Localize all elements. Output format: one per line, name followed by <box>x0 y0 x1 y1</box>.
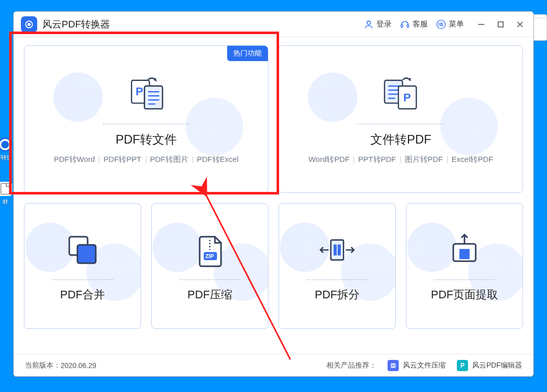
login-label: 登录 <box>376 19 392 29</box>
svg-point-13 <box>438 25 439 26</box>
main-window: 风云PDF转换器 登录 客服 菜单 <box>13 11 534 377</box>
card-title: PDF压缩 <box>187 287 232 302</box>
titlebar: 风云PDF转换器 登录 客服 菜单 <box>14 12 533 37</box>
desktop-icons: F转护 材 <box>0 137 11 206</box>
svg-rect-51 <box>394 364 395 367</box>
card-pdf-extract[interactable]: PDF页面提取 <box>406 203 523 329</box>
sub-opt[interactable]: PDF转Excel <box>197 155 239 164</box>
support-button[interactable]: 客服 <box>400 19 428 30</box>
top-row: 热门功能 P <box>24 45 523 193</box>
svg-rect-50 <box>392 364 393 367</box>
document-icon <box>0 182 12 196</box>
compress-badge-icon <box>388 360 399 371</box>
close-button[interactable] <box>514 18 526 31</box>
card-pdf-to-file[interactable]: 热门功能 P <box>24 45 268 193</box>
svg-text:ZIP: ZIP <box>205 253 214 259</box>
footer: 当前版本： 2020.06.29 相关产品推荐： 风云文件压缩 P 风云PDF编… <box>14 354 533 376</box>
app-logo <box>21 16 37 33</box>
extract-icon <box>444 230 485 270</box>
svg-point-11 <box>438 22 439 23</box>
window-controls <box>475 18 526 31</box>
svg-text:P: P <box>403 91 411 104</box>
editor-badge-icon: P <box>457 360 468 371</box>
svg-point-0 <box>1 140 10 150</box>
divider <box>103 124 189 124</box>
background-window-edge <box>534 14 547 41</box>
related-label: 相关产品推荐： <box>326 361 376 370</box>
card-title: PDF拆分 <box>315 287 360 302</box>
svg-rect-37 <box>77 245 96 263</box>
svg-rect-49 <box>391 363 396 368</box>
sub-opt[interactable]: 图片转PDF <box>405 155 443 164</box>
related-product-label: 风云文件压缩 <box>403 361 446 370</box>
close-icon <box>516 21 524 28</box>
divider <box>358 124 444 124</box>
related-product-editor[interactable]: P 风云PDF编辑器 <box>457 360 522 371</box>
menu-list-icon <box>436 19 446 30</box>
support-label: 客服 <box>413 19 428 29</box>
card-pdf-split[interactable]: PDF拆分 <box>279 203 396 329</box>
sub-options: Word转PDF PPT转PDF 图片转PDF Excel转PDF <box>309 155 493 164</box>
related-product-compress[interactable]: 风云文件压缩 <box>388 360 446 371</box>
card-title: PDF合并 <box>60 287 105 302</box>
svg-rect-43 <box>338 244 341 255</box>
desktop-icon-folder[interactable]: 材 <box>0 182 10 206</box>
sub-opt[interactable]: PDF转Word <box>54 155 95 164</box>
svg-rect-6 <box>407 24 408 27</box>
app-logo-icon <box>0 137 12 152</box>
sub-opt[interactable]: Word转PDF <box>309 155 350 164</box>
card-title: PDF转文件 <box>116 131 177 148</box>
svg-rect-41 <box>331 240 344 260</box>
card-title: 文件转PDF <box>370 131 431 148</box>
svg-rect-42 <box>334 244 337 255</box>
divider <box>307 279 368 280</box>
svg-rect-47 <box>459 249 470 259</box>
app-logo-icon <box>24 19 34 30</box>
headset-icon <box>400 19 410 30</box>
sub-opt[interactable]: PDF转图片 <box>150 155 188 164</box>
divider <box>179 279 240 280</box>
maximize-button[interactable] <box>495 18 507 31</box>
menu-button[interactable]: 菜单 <box>436 19 464 30</box>
svg-text:P: P <box>135 85 143 98</box>
hot-tag: 热门功能 <box>227 46 268 61</box>
user-icon <box>364 19 374 30</box>
content-area: 热门功能 P <box>14 37 533 354</box>
app-title: 风云PDF转换器 <box>42 18 110 31</box>
related-product-label: 风云PDF编辑器 <box>472 361 522 370</box>
desktop-icon-pdf[interactable]: F转护 <box>0 137 10 161</box>
sub-options: PDF转Word PDF转PPT PDF转图片 PDF转Excel <box>54 155 238 164</box>
sub-opt[interactable]: PDF转PPT <box>103 155 141 164</box>
svg-rect-22 <box>145 86 162 109</box>
card-pdf-compress[interactable]: ZIP PDF压缩 <box>151 203 268 329</box>
divider <box>52 279 113 280</box>
sub-opt[interactable]: PPT转PDF <box>358 155 396 164</box>
card-title: PDF页面提取 <box>431 287 498 302</box>
compress-icon: ZIP <box>189 230 230 270</box>
split-icon <box>317 230 358 270</box>
sub-opt[interactable]: Excel转PDF <box>452 155 494 164</box>
minimize-icon <box>478 21 485 28</box>
login-button[interactable]: 登录 <box>364 19 392 30</box>
pdf-to-file-icon: P <box>126 74 167 115</box>
merge-icon <box>62 230 103 270</box>
maximize-icon <box>497 21 504 28</box>
bottom-row: PDF合并 ZIP PDF压缩 <box>24 203 523 329</box>
card-file-to-pdf[interactable]: P 文件转PDF Word转PDF PPT转PDF 图片转PDF Excel转P… <box>279 45 523 193</box>
minimize-button[interactable] <box>475 18 487 31</box>
version-label: 当前版本： <box>25 361 61 370</box>
file-to-pdf-icon: P <box>380 74 421 115</box>
version-value: 2020.06.29 <box>61 361 96 370</box>
svg-rect-15 <box>498 22 503 27</box>
svg-point-4 <box>367 21 371 24</box>
svg-rect-5 <box>401 24 403 27</box>
divider <box>434 279 495 280</box>
svg-rect-1 <box>1 184 9 194</box>
card-pdf-merge[interactable]: PDF合并 <box>24 203 141 329</box>
svg-point-12 <box>438 24 439 25</box>
menu-label: 菜单 <box>449 19 464 29</box>
